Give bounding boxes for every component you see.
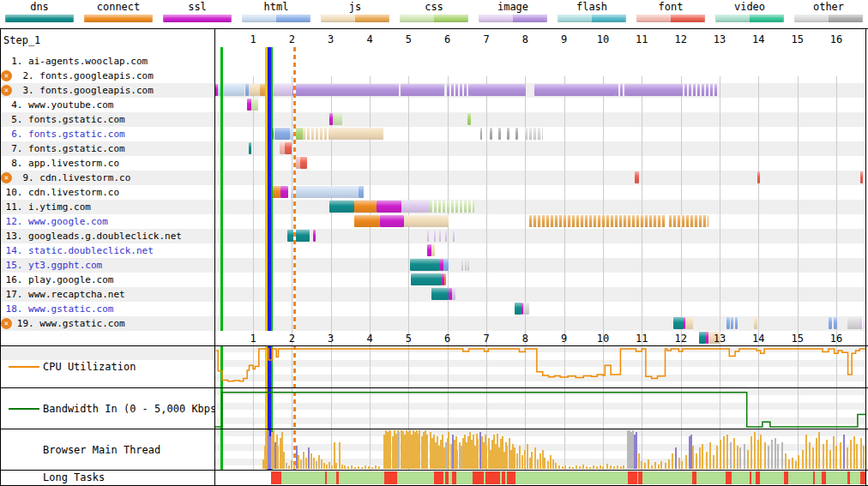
main-thread-bar (696, 453, 697, 469)
section-divider (0, 345, 868, 346)
axis-tick-top: 12 (668, 33, 694, 45)
legend-item-js: js (316, 0, 395, 26)
request-segment-otl (525, 128, 543, 140)
main-thread-bar (726, 435, 728, 470)
main-thread-bar (558, 465, 560, 469)
main-thread-bar (681, 461, 683, 469)
main-thread-bar (802, 450, 804, 470)
main-thread-bar (617, 465, 618, 470)
main-thread-bar (840, 442, 841, 470)
request-segment-csl (333, 113, 342, 125)
request-row-label[interactable]: 6. fonts.gstatic.com (0, 127, 213, 141)
main-thread-bar (856, 444, 858, 469)
request-segment-otl (523, 303, 529, 315)
request-segment-iml (270, 84, 292, 96)
request-segment-otl (467, 259, 469, 271)
axis-tick-bottom: 2 (279, 333, 304, 345)
main-thread-bar (529, 458, 531, 470)
main-thread-bar (760, 435, 762, 470)
gridline (720, 76, 720, 360)
request-segment-fnd (285, 142, 292, 154)
main-thread-bar (516, 453, 518, 469)
axis-tick-bottom: 9 (552, 333, 577, 345)
request-row-label[interactable]: 14. static.doubleclick.net (0, 243, 213, 258)
main-thread-bar (300, 459, 302, 469)
long-task-segment (485, 471, 500, 484)
request-segment-iml (445, 230, 448, 242)
legend-item-video: video (710, 0, 789, 26)
axis-tick-top: 14 (745, 33, 771, 45)
cpu-line-swatch (9, 366, 39, 368)
main-thread-bar (539, 453, 541, 469)
request-segment-htl (291, 186, 359, 198)
request-row-label[interactable]: 18. www.gstatic.com (0, 302, 213, 316)
main-thread-bar (823, 444, 824, 469)
request-segment-htd (443, 259, 449, 271)
request-segment-imd (401, 84, 444, 96)
request-segment-iml (452, 288, 455, 300)
request-segment-otd (515, 128, 518, 140)
main-thread-bar (600, 465, 601, 470)
main-thread-bar (678, 458, 680, 470)
main-thread-bar (323, 463, 325, 469)
main-thread-bar (527, 444, 528, 469)
request-segment-jsl (431, 244, 435, 256)
main-thread-bar (606, 464, 608, 469)
main-thread-bar (829, 450, 831, 470)
main-thread-bar (313, 458, 315, 470)
request-segment-ssl (280, 186, 288, 198)
long-task-segment (847, 471, 850, 484)
right-border (865, 28, 866, 485)
axis-tick-bottom: 13 (707, 333, 732, 345)
request-segment-jsl (249, 84, 260, 96)
main-thread-bar (602, 466, 604, 469)
main-thread-bar (308, 447, 310, 469)
long-task-segment (452, 471, 456, 484)
main-thread-bar (641, 461, 642, 469)
main-thread-bar (723, 436, 725, 469)
legend-swatch-html (242, 15, 310, 22)
main-thread-bar (638, 453, 640, 469)
marker-on-load (271, 47, 273, 331)
legend-label: other (789, 1, 868, 13)
main-thread-bar (596, 466, 598, 469)
request-segment-fnd (860, 171, 863, 183)
main-thread-bar (569, 466, 570, 469)
main-thread-bar (771, 440, 773, 469)
request-segment-ssl (329, 113, 333, 125)
request-row-label: 1. ai-agents.wooclap.com (0, 54, 213, 69)
request-segment-iml (859, 317, 865, 329)
main-thread-bar (347, 466, 349, 469)
main-thread-bar (326, 465, 328, 469)
marker-fully-loaded (293, 47, 296, 331)
axis-tick-bottom: 10 (590, 333, 616, 345)
main-thread-bar (305, 458, 307, 470)
main-thread-bar (610, 465, 612, 469)
request-row-label: 10. cdn.livestorm.co (0, 185, 213, 200)
main-thread-bar (589, 467, 591, 469)
request-row-label[interactable]: 12. www.google.com (0, 214, 213, 229)
main-thread-bar (534, 447, 536, 469)
request-row-label: 2. fonts.googleapis.com (0, 69, 213, 83)
main-thread-bar (716, 446, 718, 469)
main-thread-bar (833, 436, 835, 469)
main-thread-bar (358, 466, 359, 469)
main-thread-bar (303, 452, 304, 469)
request-row-label[interactable]: 15. yt3.ggpht.com (0, 258, 213, 273)
gridline (486, 76, 487, 360)
legend-swatch-flash (558, 15, 626, 22)
legend-swatch-dns (5, 15, 74, 22)
main-thread-bar (816, 438, 817, 469)
request-segment-fnd (635, 171, 639, 183)
axis-tick-bottom: 7 (473, 333, 499, 345)
request-segment-jsl (329, 128, 383, 140)
request-segment-jsl (404, 215, 449, 227)
request-segment-dns (673, 317, 684, 329)
axis-tick-top: 15 (785, 33, 811, 45)
panel-divider (214, 28, 215, 485)
legend-swatch-image (479, 15, 547, 22)
long-task-segment (756, 471, 760, 484)
axis-tick-top: 16 (823, 33, 849, 45)
main-thread-bar (720, 440, 721, 469)
section-divider (0, 429, 868, 429)
